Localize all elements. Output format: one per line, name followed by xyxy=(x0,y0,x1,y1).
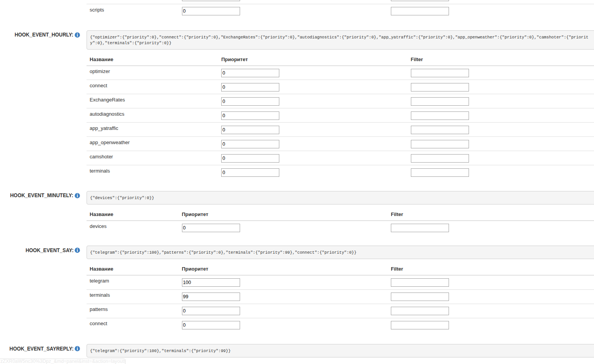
svg-text:i: i xyxy=(77,193,78,198)
svg-text:i: i xyxy=(77,248,78,253)
svg-text:i: i xyxy=(77,32,78,38)
svg-text:i: i xyxy=(77,346,78,351)
